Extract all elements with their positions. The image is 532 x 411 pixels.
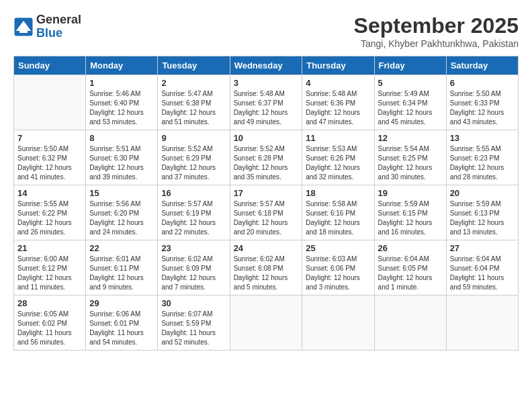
day-info: Sunrise: 6:04 AMSunset: 6:04 PMDaylight:… [450, 255, 515, 292]
day-info: Sunrise: 5:57 AMSunset: 6:18 PMDaylight:… [234, 199, 299, 237]
title-area: September 2025 Tangi, Khyber Pakhtunkhwa… [354, 13, 519, 49]
weekday-header-monday: Monday [86, 56, 158, 75]
day-number: 12 [378, 133, 443, 143]
day-number: 21 [17, 243, 82, 253]
day-number: 11 [306, 133, 370, 143]
day-info: Sunrise: 5:53 AMSunset: 6:26 PMDaylight:… [306, 144, 370, 182]
day-number: 25 [306, 243, 370, 253]
calendar-week-2: 7Sunrise: 5:50 AMSunset: 6:32 PMDaylight… [14, 130, 519, 185]
day-info: Sunrise: 5:51 AMSunset: 6:30 PMDaylight:… [89, 144, 154, 182]
day-info: Sunrise: 5:50 AMSunset: 6:33 PMDaylight:… [450, 89, 515, 127]
day-info: Sunrise: 5:56 AMSunset: 6:20 PMDaylight:… [89, 199, 154, 237]
calendar-cell: 28Sunrise: 6:05 AMSunset: 6:02 PMDayligh… [14, 295, 86, 351]
day-info: Sunrise: 6:02 AMSunset: 6:08 PMDaylight:… [234, 255, 299, 292]
day-info: Sunrise: 5:59 AMSunset: 6:15 PMDaylight:… [378, 199, 443, 237]
calendar-week-5: 28Sunrise: 6:05 AMSunset: 6:02 PMDayligh… [14, 295, 519, 351]
weekday-header-wednesday: Wednesday [230, 56, 302, 75]
calendar-week-4: 21Sunrise: 6:00 AMSunset: 6:12 PMDayligh… [14, 240, 519, 295]
day-number: 14 [17, 188, 82, 198]
calendar-cell: 23Sunrise: 6:02 AMSunset: 6:09 PMDayligh… [158, 240, 230, 295]
day-info: Sunrise: 6:01 AMSunset: 6:11 PMDaylight:… [89, 255, 154, 292]
calendar-cell: 7Sunrise: 5:50 AMSunset: 6:32 PMDaylight… [14, 130, 86, 185]
calendar-cell [230, 295, 302, 351]
calendar-cell: 29Sunrise: 6:06 AMSunset: 6:01 PMDayligh… [86, 295, 158, 351]
day-number: 29 [89, 298, 154, 308]
day-info: Sunrise: 5:48 AMSunset: 6:37 PMDaylight:… [234, 89, 299, 127]
calendar-cell: 10Sunrise: 5:52 AMSunset: 6:28 PMDayligh… [230, 130, 302, 185]
day-info: Sunrise: 6:07 AMSunset: 5:59 PMDaylight:… [161, 310, 226, 347]
day-info: Sunrise: 5:52 AMSunset: 6:29 PMDaylight:… [161, 144, 226, 182]
calendar-cell: 3Sunrise: 5:48 AMSunset: 6:37 PMDaylight… [230, 75, 302, 130]
svg-rect-2 [19, 31, 28, 33]
calendar-cell [446, 295, 518, 351]
day-number: 6 [450, 78, 515, 88]
day-info: Sunrise: 5:55 AMSunset: 6:23 PMDaylight:… [450, 144, 515, 182]
day-number: 16 [161, 188, 226, 198]
calendar-cell: 6Sunrise: 5:50 AMSunset: 6:33 PMDaylight… [446, 75, 518, 130]
weekday-header-sunday: Sunday [14, 56, 86, 75]
day-info: Sunrise: 5:47 AMSunset: 6:38 PMDaylight:… [161, 89, 226, 127]
calendar-cell: 8Sunrise: 5:51 AMSunset: 6:30 PMDaylight… [86, 130, 158, 185]
day-info: Sunrise: 5:46 AMSunset: 6:40 PMDaylight:… [89, 89, 154, 127]
day-number: 13 [450, 133, 515, 143]
day-number: 26 [378, 243, 443, 253]
day-number: 17 [234, 188, 299, 198]
calendar-cell: 11Sunrise: 5:53 AMSunset: 6:26 PMDayligh… [302, 130, 374, 185]
day-info: Sunrise: 6:00 AMSunset: 6:12 PMDaylight:… [17, 255, 82, 292]
day-number: 5 [378, 78, 443, 88]
calendar-body: 1Sunrise: 5:46 AMSunset: 6:40 PMDaylight… [14, 75, 519, 351]
calendar-cell: 18Sunrise: 5:58 AMSunset: 6:16 PMDayligh… [302, 185, 374, 240]
calendar-cell: 16Sunrise: 5:57 AMSunset: 6:19 PMDayligh… [158, 185, 230, 240]
day-number: 24 [234, 243, 299, 253]
day-info: Sunrise: 5:54 AMSunset: 6:25 PMDaylight:… [378, 144, 443, 182]
calendar-cell: 26Sunrise: 6:04 AMSunset: 6:05 PMDayligh… [374, 240, 446, 295]
day-number: 4 [306, 78, 370, 88]
day-number: 7 [17, 133, 82, 143]
day-info: Sunrise: 6:06 AMSunset: 6:01 PMDaylight:… [89, 310, 154, 347]
day-info: Sunrise: 5:55 AMSunset: 6:22 PMDaylight:… [17, 199, 82, 237]
weekday-header-tuesday: Tuesday [158, 56, 230, 75]
day-info: Sunrise: 6:04 AMSunset: 6:05 PMDaylight:… [378, 255, 443, 292]
calendar-cell: 21Sunrise: 6:00 AMSunset: 6:12 PMDayligh… [14, 240, 86, 295]
day-number: 1 [89, 78, 154, 88]
calendar-cell: 1Sunrise: 5:46 AMSunset: 6:40 PMDaylight… [86, 75, 158, 130]
calendar-cell: 14Sunrise: 5:55 AMSunset: 6:22 PMDayligh… [14, 185, 86, 240]
month-title: September 2025 [354, 13, 519, 38]
day-number: 10 [234, 133, 299, 143]
calendar-cell: 13Sunrise: 5:55 AMSunset: 6:23 PMDayligh… [446, 130, 518, 185]
logo-icon [13, 17, 34, 37]
weekday-header-thursday: Thursday [302, 56, 374, 75]
day-info: Sunrise: 5:48 AMSunset: 6:36 PMDaylight:… [306, 89, 370, 127]
calendar-cell: 24Sunrise: 6:02 AMSunset: 6:08 PMDayligh… [230, 240, 302, 295]
weekday-header-saturday: Saturday [446, 56, 518, 75]
calendar-table: SundayMondayTuesdayWednesdayThursdayFrid… [13, 56, 519, 351]
day-info: Sunrise: 5:59 AMSunset: 6:13 PMDaylight:… [450, 199, 515, 237]
day-number: 28 [17, 298, 82, 308]
day-info: Sunrise: 5:52 AMSunset: 6:28 PMDaylight:… [234, 144, 299, 182]
calendar-cell: 19Sunrise: 5:59 AMSunset: 6:15 PMDayligh… [374, 185, 446, 240]
day-info: Sunrise: 6:03 AMSunset: 6:06 PMDaylight:… [306, 255, 370, 292]
calendar-header: SundayMondayTuesdayWednesdayThursdayFrid… [14, 56, 519, 75]
day-number: 9 [161, 133, 226, 143]
calendar-cell: 17Sunrise: 5:57 AMSunset: 6:18 PMDayligh… [230, 185, 302, 240]
calendar-cell [14, 75, 86, 130]
calendar-cell: 2Sunrise: 5:47 AMSunset: 6:38 PMDaylight… [158, 75, 230, 130]
calendar-cell: 20Sunrise: 5:59 AMSunset: 6:13 PMDayligh… [446, 185, 518, 240]
day-number: 3 [234, 78, 299, 88]
day-number: 27 [450, 243, 515, 253]
logo: General Blue [13, 13, 81, 40]
day-number: 2 [161, 78, 226, 88]
calendar-cell [302, 295, 374, 351]
location-text: Tangi, Khyber Pakhtunkhwa, Pakistan [354, 38, 519, 49]
calendar-week-3: 14Sunrise: 5:55 AMSunset: 6:22 PMDayligh… [14, 185, 519, 240]
day-info: Sunrise: 6:05 AMSunset: 6:02 PMDaylight:… [17, 310, 82, 347]
calendar-cell: 22Sunrise: 6:01 AMSunset: 6:11 PMDayligh… [86, 240, 158, 295]
calendar-cell [374, 295, 446, 351]
day-number: 19 [378, 188, 443, 198]
weekday-header-friday: Friday [374, 56, 446, 75]
page-header: General Blue September 2025 Tangi, Khybe… [13, 13, 519, 49]
calendar-cell: 30Sunrise: 6:07 AMSunset: 5:59 PMDayligh… [158, 295, 230, 351]
day-number: 18 [306, 188, 370, 198]
day-info: Sunrise: 5:49 AMSunset: 6:34 PMDaylight:… [378, 89, 443, 127]
logo-general-text: General [36, 13, 81, 26]
